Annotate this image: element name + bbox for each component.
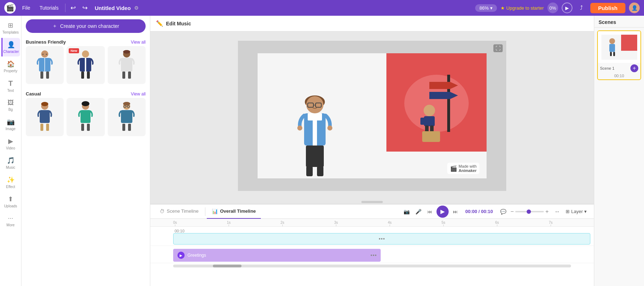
back-button[interactable]: ⏮: [426, 207, 434, 216]
publish-button[interactable]: Publish: [590, 3, 625, 13]
preview-play-button[interactable]: ▶: [562, 3, 572, 13]
create-character-button[interactable]: ＋ Create your own character: [26, 19, 146, 33]
sidebar-item-character[interactable]: 👤 Character: [1, 38, 20, 56]
tutorials-menu[interactable]: Tutorials: [37, 4, 62, 12]
greetings-play-button[interactable]: ▶: [177, 252, 185, 259]
user-avatar[interactable]: 👤: [629, 3, 640, 13]
scene-1-item[interactable]: Scene 1 + 00:10: [597, 30, 641, 80]
percentage-button[interactable]: 0%: [547, 3, 558, 13]
business-view-all-button[interactable]: View all: [131, 40, 146, 45]
image-icon: 📷: [7, 118, 15, 126]
scene-1-info: Scene 1 +: [598, 63, 640, 74]
sidebar-item-effect[interactable]: ✨ Effect: [1, 173, 20, 192]
sidebar-item-video[interactable]: ▶ Video: [1, 134, 20, 153]
tab-divider: [205, 207, 205, 216]
redo-button[interactable]: ↪: [81, 3, 89, 13]
svg-point-16: [123, 50, 130, 54]
zoom-out-button[interactable]: −: [511, 208, 514, 215]
greetings-label: Greetings: [187, 253, 206, 258]
expand-canvas-button[interactable]: ⛶: [493, 44, 503, 52]
timeline-ruler: 0s 1s 2s 3s 4s 5s 6s 7s 8s 9s 10: [150, 219, 594, 227]
sidebar-item-templates[interactable]: ⊞ Templates: [1, 19, 20, 37]
title-edit-icon[interactable]: ⚙: [134, 5, 139, 11]
scene-timeline-tab[interactable]: ⏱ Scene Timeline: [155, 204, 204, 219]
zoom-in-button[interactable]: +: [545, 208, 548, 215]
casual-view-all-button[interactable]: View all: [131, 92, 146, 97]
mic-button[interactable]: 🎤: [414, 207, 423, 216]
camera-button[interactable]: 📷: [402, 207, 411, 216]
ruler-tick-4s: 4s: [388, 221, 392, 227]
scenes-panel: Scenes Scene 1 + 00:10: [594, 16, 644, 286]
sidebar-item-property[interactable]: 🏠 Property: [1, 57, 20, 76]
svg-rect-25: [81, 124, 84, 131]
char-card-bf2[interactable]: New: [67, 46, 104, 84]
overall-timeline-tab[interactable]: 📊 Overall Timeline: [207, 204, 261, 219]
resize-handle-bar: [361, 201, 383, 203]
svg-point-6: [46, 54, 47, 55]
scene-canvas[interactable]: 🎬 Made withAnimaker: [258, 53, 487, 178]
sidebar-item-music[interactable]: 🎵 Music: [1, 154, 20, 172]
zoom-track[interactable]: [515, 211, 544, 212]
subtitle-button[interactable]: 💬: [499, 207, 508, 216]
char-card-c1[interactable]: [26, 98, 64, 136]
svg-rect-44: [422, 131, 440, 142]
canvas-area: ✏️ Edit Music ⛶: [150, 16, 594, 204]
svg-rect-34: [128, 124, 131, 131]
sidebar-item-uploads[interactable]: ⬆ Uploads: [1, 192, 20, 211]
timeline-tabs: ⏱ Scene Timeline 📊 Overall Timeline 📷 🎤 …: [150, 204, 594, 219]
sidebar-item-video-label: Video: [6, 146, 15, 150]
undo-button[interactable]: ↩: [69, 3, 77, 13]
track-dots-menu[interactable]: [379, 238, 385, 240]
canvas-topbar: ✏️ Edit Music: [150, 16, 594, 31]
sidebar-item-text[interactable]: T Text: [1, 77, 20, 95]
svg-rect-61: [609, 44, 615, 52]
ruler-inner: 0s 1s 2s 3s 4s 5s 6s 7s 8s 9s 10: [173, 219, 594, 227]
sidebar-item-more[interactable]: ··· More: [1, 212, 20, 230]
timecode-total: 00:10: [481, 209, 493, 214]
sidebar-item-property-label: Property: [4, 69, 18, 73]
sidebar-item-image[interactable]: 📷 Image: [1, 115, 20, 134]
zoom-value: 86%: [479, 5, 489, 11]
greetings-dots-icon: [371, 255, 376, 256]
layer-chevron-icon: ▾: [584, 209, 587, 214]
expand-timeline-button[interactable]: ↔: [554, 208, 560, 215]
add-scene-button[interactable]: +: [630, 64, 638, 72]
casual-char-grid: [21, 98, 150, 140]
canvas-bg: ⛶: [238, 41, 506, 191]
svg-point-60: [609, 38, 615, 44]
layer-button[interactable]: ⊞ Layer ▾: [563, 207, 590, 216]
sidebar-item-bg-label: Bg: [8, 108, 13, 112]
file-menu[interactable]: File: [19, 4, 33, 12]
upgrade-button[interactable]: ★ Upgrade to starter: [501, 5, 544, 11]
more-icon: ···: [8, 214, 13, 222]
sidebar-item-more-label: More: [6, 223, 15, 227]
zoom-control[interactable]: 86% ▾: [475, 4, 497, 12]
timeline-play-button[interactable]: ▶: [436, 206, 449, 218]
video-icon: ▶: [8, 137, 13, 145]
main-area: ⊞ Templates 👤 Character 🏠 Property T Tex…: [0, 16, 644, 286]
forward-button[interactable]: ⏭: [452, 207, 459, 216]
scrollbar-thumb[interactable]: [213, 265, 241, 267]
main-track-bar[interactable]: [173, 233, 590, 245]
char-card-bf3[interactable]: [108, 46, 146, 84]
svg-rect-9: [85, 58, 86, 72]
greetings-track-bar[interactable]: ▶ Greetings: [173, 249, 381, 262]
main-track: 00:10: [150, 228, 594, 246]
resize-handle[interactable]: [150, 200, 594, 204]
share-button[interactable]: ⤴: [576, 3, 587, 13]
overall-timeline-icon: 📊: [212, 208, 218, 214]
svg-rect-15: [128, 72, 131, 79]
main-character[interactable]: [293, 91, 336, 178]
new-badge: New: [69, 48, 79, 53]
edit-music-button[interactable]: ✏️ Edit Music: [156, 20, 191, 27]
greetings-dots-button[interactable]: [371, 255, 376, 256]
char-card-c2[interactable]: [67, 98, 104, 136]
char-card-c3[interactable]: [108, 98, 146, 136]
timeline-scrollbar[interactable]: [173, 265, 571, 267]
sidebar-item-bg[interactable]: 🖼 Bg: [1, 96, 20, 114]
svg-point-39: [424, 105, 435, 116]
char-card-bf1[interactable]: [26, 46, 64, 84]
bg-icon: 🖼: [8, 99, 14, 107]
zoom-chevron-icon: ▾: [490, 5, 493, 11]
timecode-sep: /: [478, 209, 481, 214]
